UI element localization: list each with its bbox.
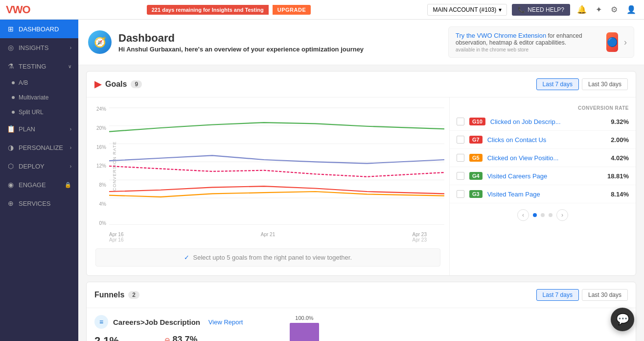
topbar-right: MAIN ACCOUNT (#103) ▾ 📞 NEED HELP? 🔔 ✦ ⚙… xyxy=(427,3,638,16)
funnels-content: ≡ Careers>Job Description View Report 2.… xyxy=(87,308,636,341)
y-label: 12% xyxy=(96,163,106,169)
sidebar-item-label: PERSONALIZE xyxy=(19,144,63,151)
chrome-ext-link[interactable]: Try the VWO Chrome Extension xyxy=(456,32,546,39)
sidebar-sub-label: Multivariate xyxy=(19,94,48,101)
bell-icon: 🔔 xyxy=(577,5,587,14)
goal-checkbox[interactable] xyxy=(457,172,464,180)
goal-rate: 8.14% xyxy=(611,191,629,198)
trial-banner: 221 days remaining for Insights and Test… xyxy=(147,5,269,15)
sidebar-item-label: SERVICES xyxy=(19,200,51,207)
topbar-left: VWO xyxy=(6,3,30,16)
goal-tag: G7 xyxy=(469,136,483,144)
goal-checkbox[interactable] xyxy=(457,136,464,144)
chart-area: 24% 20% 16% 12% 8% 4% 0% CONVERSION RATE xyxy=(87,97,450,275)
page-dot-2[interactable] xyxy=(541,213,545,217)
sidebar-item-spliturl[interactable]: Split URL xyxy=(0,105,78,120)
sidebar-item-ab[interactable]: A/B xyxy=(0,75,78,90)
funnels-last7-button[interactable]: Last 7 days xyxy=(536,289,579,301)
funnels-title: Funnels 2 xyxy=(94,291,139,299)
x-axis-sub: Apr 16 Apr 23 xyxy=(92,237,444,244)
sidebar: ⊞ DASHBOARD ◎ INSIGHTS › ⚗ TESTING ∨ A/B… xyxy=(0,20,78,341)
funnel-arrow-icon: › xyxy=(437,338,444,341)
goal-checkbox[interactable] xyxy=(457,190,464,198)
funnels-section-header: Funnels 2 Last 7 days Last 30 days xyxy=(87,282,636,308)
spark-button[interactable]: ✦ xyxy=(594,3,604,16)
sidebar-item-label: DEPLOY xyxy=(19,163,45,170)
goal-name[interactable]: Visited Careers Page xyxy=(487,172,602,180)
subtitle-text: , here's an overview of your experience … xyxy=(181,46,364,53)
account-label: MAIN ACCOUNT (#103) xyxy=(433,6,496,13)
goals-last30-button[interactable]: Last 30 days xyxy=(582,78,628,90)
goal-name[interactable]: Visited Team Page xyxy=(487,191,606,198)
pagination-next-button[interactable]: › xyxy=(556,209,568,221)
account-button[interactable]: MAIN ACCOUNT (#103) ▾ xyxy=(427,4,507,16)
user-name: Anshul Gurbaxani xyxy=(126,46,181,53)
sidebar-item-personalize[interactable]: ◑ PERSONALIZE › xyxy=(0,138,78,157)
sidebar-item-multivariate[interactable]: Multivariate xyxy=(0,90,78,105)
goal-name[interactable]: Clicks on Contact Us xyxy=(487,136,606,144)
sidebar-sub-label: A/B xyxy=(19,79,28,86)
funnels-label: Funnels xyxy=(94,291,124,299)
notifications-button[interactable]: 🔔 xyxy=(575,3,589,16)
goal-item: G10 Clicked on Job Descrip... 9.32% xyxy=(450,113,636,131)
sidebar-sub-label: Split URL xyxy=(19,109,44,116)
x-label: Apr 23 xyxy=(413,232,427,237)
conversion-rate-header: CONVERSION RATE xyxy=(450,101,636,113)
dashboard-header: 🧭 Dashboard Hi Anshul Gurbaxani, here's … xyxy=(78,20,644,65)
page-dot-3[interactable] xyxy=(549,213,552,217)
goal-tag: G4 xyxy=(469,172,483,180)
chrome-icon: 🔵 xyxy=(606,32,618,52)
user-button[interactable]: 👤 xyxy=(624,3,638,16)
goal-tag: G10 xyxy=(469,118,485,125)
goals-last7-button[interactable]: Last 7 days xyxy=(536,78,579,90)
sidebar-item-dashboard[interactable]: ⊞ DASHBOARD xyxy=(0,20,78,38)
dropoff-value: 83.7% xyxy=(172,335,197,341)
engage-icon: ◉ xyxy=(7,181,15,189)
goals-title: ▶ Goals 9 xyxy=(94,79,142,90)
goals-icon: ▶ xyxy=(94,79,101,90)
chevron-down-icon: ∨ xyxy=(68,64,71,69)
chrome-badge: available in the chrome web store xyxy=(456,47,600,52)
goals-chart xyxy=(109,102,444,230)
chevron-right-icon: › xyxy=(70,126,71,132)
main-layout: ⊞ DASHBOARD ◎ INSIGHTS › ⚗ TESTING ∨ A/B… xyxy=(0,20,644,341)
view-report-link[interactable]: View Report xyxy=(208,318,243,326)
sidebar-item-label: PLAN xyxy=(19,125,35,133)
need-help-button[interactable]: 📞 NEED HELP? xyxy=(512,4,570,16)
goals-date-toggles: Last 7 days Last 30 days xyxy=(536,78,628,90)
upgrade-button[interactable]: UPGRADE xyxy=(273,5,311,15)
funnel-stats: 2.1% CONVERSION RATE ⊖ 83.7% MAX DROPOFF… xyxy=(94,335,243,341)
spark-icon: ✦ xyxy=(596,5,602,14)
funnel-arrow-icon: › xyxy=(346,338,353,341)
goal-rate: 4.02% xyxy=(611,154,629,162)
chevron-right-icon: › xyxy=(70,164,71,169)
funnels-last30-button[interactable]: Last 30 days xyxy=(582,289,628,301)
personalize-icon: ◑ xyxy=(7,144,15,151)
dashboard-icon: ⊞ xyxy=(7,25,15,33)
topbar-center: 221 days remaining for Insights and Test… xyxy=(147,5,311,15)
goal-name[interactable]: Clicked on View Positio... xyxy=(487,154,606,162)
sidebar-item-services[interactable]: ⊕ SERVICES xyxy=(0,194,78,213)
page-dot-1[interactable] xyxy=(533,213,537,217)
chat-button[interactable]: 💬 xyxy=(611,308,634,331)
y-label: 20% xyxy=(96,125,106,131)
settings-button[interactable]: ⚙ xyxy=(609,3,620,16)
funnel-bar-group: 100.0% Visitors o... xyxy=(262,315,346,341)
sidebar-item-testing[interactable]: ⚗ TESTING ∨ xyxy=(0,57,78,75)
sidebar-item-engage[interactable]: ◉ ENGAGE 🔒 xyxy=(0,175,78,194)
sidebar-item-deploy[interactable]: ⬡ DEPLOY › xyxy=(0,157,78,175)
chrome-arrow-icon[interactable]: › xyxy=(624,37,627,48)
goal-name[interactable]: Clicked on Job Descrip... xyxy=(490,118,606,125)
goals-count-badge: 9 xyxy=(131,80,142,88)
goal-checkbox[interactable] xyxy=(457,118,464,125)
x-sub-label: Apr 23 xyxy=(413,237,427,243)
goals-list: CONVERSION RATE G10 Clicked on Job Descr… xyxy=(450,97,636,275)
trial-days: 221 xyxy=(152,7,161,13)
sidebar-item-plan[interactable]: 📋 PLAN › xyxy=(0,120,78,138)
trial-text: days remaining for Insights and Testing xyxy=(162,7,264,13)
goal-checkbox[interactable] xyxy=(457,154,464,162)
sidebar-item-insights[interactable]: ◎ INSIGHTS › xyxy=(0,38,78,57)
multivariate-dot xyxy=(12,96,15,99)
dropoff-row: ⊖ 83.7% xyxy=(164,335,243,341)
pagination-prev-button[interactable]: ‹ xyxy=(517,209,529,221)
